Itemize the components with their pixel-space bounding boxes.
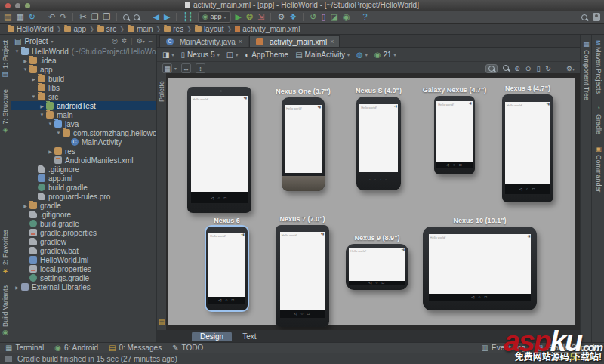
chevron-open-icon[interactable]: ▼: [30, 94, 37, 99]
find-icon[interactable]: [123, 14, 129, 20]
gradle-sync-icon[interactable]: ↺: [310, 13, 316, 21]
tree-item--gitignore[interactable]: .gitignore: [11, 210, 156, 219]
save-icon[interactable]: ▦: [16, 13, 23, 21]
orientation-button[interactable]: ◨▾: [162, 51, 174, 59]
tree-item-gradlew[interactable]: gradlew: [11, 237, 156, 246]
render-config-button[interactable]: ◫▾: [226, 51, 238, 59]
copy-icon[interactable]: ❐: [91, 13, 99, 21]
debug-icon[interactable]: ❂: [246, 13, 253, 21]
breadcrumb-item[interactable]: app: [61, 25, 89, 33]
avd-manager-icon[interactable]: ▯: [321, 13, 325, 21]
editor-tab-activity-main-xml[interactable]: activity_main.xml×: [249, 35, 340, 47]
device-preview-nexus-4[interactable]: Nexus 4 (4.7")Hello world!▾▮◁ ○ □: [502, 94, 553, 202]
close-icon[interactable]: ×: [239, 38, 242, 45]
tree-item-app-iml[interactable]: app.iml: [11, 174, 156, 183]
tree-item-com-stormzhang-helloworld[interactable]: ▼com.stormzhang.helloworld: [11, 128, 156, 137]
chevron-closed-icon[interactable]: ▶: [30, 76, 37, 82]
toolwindow-button-todo[interactable]: ✎TODO: [172, 344, 203, 352]
zoom-100-button[interactable]: [503, 65, 509, 72]
device-preview-nexus-one[interactable]: Nexus One (3.7")Hello world!▾▮· · · ·: [282, 97, 325, 191]
palette-tab-label[interactable]: Palette: [158, 81, 165, 102]
replace-icon[interactable]: [134, 14, 140, 20]
zoom-in-icon[interactable]: ⊕: [514, 65, 520, 72]
tree-item-app[interactable]: ▼app: [11, 65, 156, 74]
zoom-actual-button[interactable]: [485, 64, 498, 73]
paste-icon[interactable]: ❒: [103, 13, 111, 21]
tab-design[interactable]: Design: [192, 332, 232, 341]
stretch-vertical-icon[interactable]: ↕: [196, 63, 205, 73]
chevron-closed-icon[interactable]: ▶: [22, 58, 29, 63]
cut-icon[interactable]: ✂: [79, 13, 86, 21]
project-panel-title[interactable]: Project: [24, 37, 48, 45]
help-icon[interactable]: ?: [362, 13, 367, 21]
sync-icon[interactable]: ↻: [29, 13, 35, 21]
forward-icon[interactable]: ▶: [164, 13, 170, 21]
tree-item-gradle[interactable]: ▶gradle: [11, 201, 156, 210]
tree-item--idea[interactable]: ▶.idea: [11, 56, 156, 65]
chevron-down-icon[interactable]: ▾: [51, 39, 54, 44]
toolwindow-toggle-icon[interactable]: [5, 356, 12, 362]
locate-icon[interactable]: ◎: [112, 37, 118, 45]
project-structure-icon[interactable]: ❖: [289, 13, 297, 21]
device-preview-nexus-6[interactable]: Nexus 6Hello world!▾▮◁ ○ □: [206, 227, 248, 310]
settings-gear-icon[interactable]: ⚙▾: [137, 37, 145, 45]
tree-item-libs[interactable]: libs: [11, 83, 156, 92]
toolwindow-button-0-messages[interactable]: ▤0: Messages: [109, 344, 162, 352]
locale-select[interactable]: ◍▾: [356, 51, 368, 59]
api-level-select[interactable]: ◉21▾: [374, 51, 396, 59]
tree-item-local-properties[interactable]: local.properties: [11, 264, 156, 273]
breadcrumb-item[interactable]: res: [161, 25, 186, 33]
chevron-closed-icon[interactable]: ▶: [14, 285, 20, 290]
activity-select[interactable]: ▤MainActivity▾: [295, 51, 350, 59]
breadcrumb-item[interactable]: main: [125, 25, 156, 33]
run-configuration-select[interactable]: ◉app▾: [198, 11, 231, 23]
tree-item-helloworld[interactable]: ▼HelloWorld(~/StudioProject/HelloWorld): [11, 47, 156, 56]
tree-item-res[interactable]: ▶res: [11, 147, 156, 156]
device-preview-nexus-9[interactable]: Nexus 9 (8.9")Hello world!▾▮◁ ○ □: [346, 244, 408, 290]
device-preview-nexus5-current[interactable]: Hello world!▾▮◁ ○ □: [187, 87, 251, 213]
breadcrumb-item[interactable]: src: [94, 25, 119, 33]
tree-item-gradle-properties[interactable]: gradle.properties: [11, 228, 156, 237]
close-icon[interactable]: ×: [330, 38, 334, 45]
breadcrumb-item[interactable]: HelloWorld: [5, 25, 57, 33]
chevron-closed-icon[interactable]: ▶: [47, 149, 54, 154]
preview-all-screens-button[interactable]: ▦▾: [162, 63, 177, 73]
toolwindow-tab-gradle[interactable]: ◔Gradle: [595, 104, 602, 134]
collapse-all-icon[interactable]: ✲: [122, 37, 128, 45]
tree-item-build-gradle[interactable]: build.gradle: [11, 219, 156, 228]
chevron-open-icon[interactable]: ▼: [39, 113, 45, 117]
chevron-open-icon[interactable]: ▼: [14, 49, 20, 54]
tree-item-build[interactable]: ▶build: [11, 74, 156, 83]
toolwindow-button-terminal[interactable]: ▦Terminal: [5, 344, 44, 352]
tree-item-gradlew-bat[interactable]: gradlew.bat: [11, 246, 156, 255]
toolwindow-tab-build-variants[interactable]: ◉Build Variants: [2, 285, 9, 337]
zoom-window-button[interactable]: [25, 3, 30, 8]
tree-item-settings-gradle[interactable]: settings.gradle: [11, 273, 156, 282]
preview-settings-gear-icon[interactable]: ⚙▾: [566, 65, 575, 72]
tree-item-androidmanifest-xml[interactable]: AndroidManifest.xml: [11, 156, 156, 165]
user-panel-icon[interactable]: [593, 13, 600, 21]
redo-icon[interactable]: ↷: [60, 13, 66, 21]
device-preview-galaxy-nexus[interactable]: Galaxy Nexus (4.7")Hello world!▾▮◁ ○ □: [434, 96, 475, 174]
sdk-manager-icon[interactable]: ◪: [330, 13, 337, 21]
device-select[interactable]: ▯Nexus 5▾: [180, 51, 219, 59]
make-project-icon[interactable]: ┇┇: [183, 13, 193, 21]
tree-item-proguard-rules-pro[interactable]: proguard-rules.pro: [11, 192, 156, 201]
chevron-open-icon[interactable]: ▼: [22, 67, 29, 72]
android-icon[interactable]: ◉: [343, 13, 350, 21]
minimize-window-button[interactable]: [15, 3, 20, 8]
tree-item-androidtest[interactable]: ▶androidTest: [11, 101, 156, 110]
tree-item-mainactivity[interactable]: MainActivity: [11, 137, 156, 147]
device-preview-nexus-10[interactable]: Nexus 10 (10.1")Hello world!▾▮◁ ○ □: [423, 227, 537, 310]
device-preview-nexus-s[interactable]: Nexus S (4.0")Hello world!▾▮· · · ·: [356, 97, 401, 190]
breadcrumb-item[interactable]: layout: [192, 25, 227, 33]
tree-item--gitignore[interactable]: .gitignore: [11, 165, 156, 174]
chevron-open-icon[interactable]: ▼: [55, 131, 62, 135]
chevron-open-icon[interactable]: ▼: [47, 122, 54, 126]
device-preview-nexus-7[interactable]: Nexus 7 (7.0")Hello world!▾▮◁ ○ □: [276, 225, 329, 327]
toolwindow-button-event-log[interactable]: ▥Event Log: [482, 344, 526, 352]
editor-tab-mainactivity-java[interactable]: MainActivity.java×: [159, 35, 248, 47]
tree-item-main[interactable]: ▼main: [11, 110, 156, 119]
back-icon[interactable]: ◀: [153, 13, 159, 21]
hide-panel-icon[interactable]: ⌐: [149, 37, 153, 45]
